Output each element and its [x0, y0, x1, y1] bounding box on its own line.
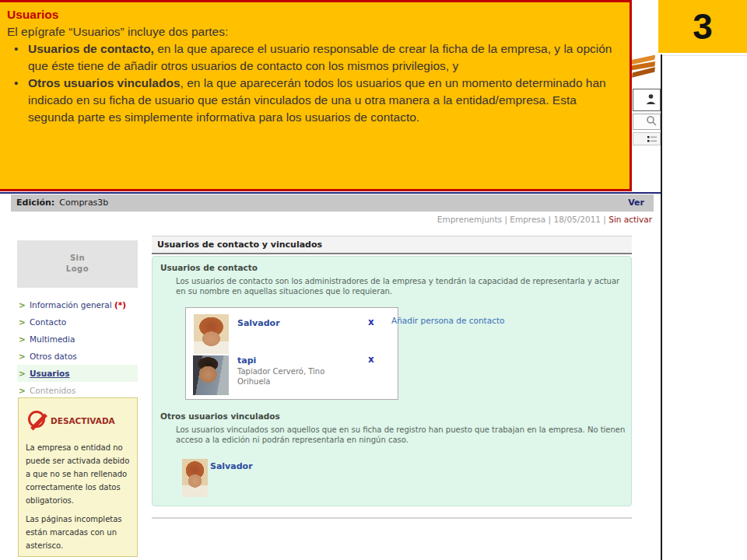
edition-label: Edición:	[16, 198, 54, 208]
logo-placeholder: Sin Logo	[17, 240, 138, 288]
person-icon	[645, 93, 657, 107]
chevron-right-icon: >	[19, 296, 26, 313]
callout-bullet-2: • Otros usuarios vinculados, en la que a…	[7, 75, 620, 126]
linked-users-title: Otros usuarios vinculados	[160, 411, 280, 421]
callout-bullet-1: • Usuarios de contacto, en la que aparec…	[7, 40, 620, 75]
page-header-divider	[0, 192, 662, 194]
menu-list-button[interactable]	[633, 132, 661, 145]
chevron-right-icon: >	[19, 365, 26, 382]
bottom-separator	[152, 517, 632, 519]
deactivated-warning-box: DESACTIVADA La empresa o entidad no pued…	[18, 397, 138, 557]
contact-users-title: Usuarios de contacto	[160, 263, 258, 272]
warning-text-1: La empresa o entidad no puede ser activa…	[26, 441, 132, 507]
chevron-right-icon: >	[19, 313, 26, 331]
callout-intro: El epígrafe “Usuarios” incluye dos parte…	[7, 23, 620, 40]
section-header: Usuarios de contacto y vinculados	[152, 236, 632, 254]
user-avatar	[194, 314, 229, 354]
search-button[interactable]	[633, 114, 661, 130]
remove-user-button[interactable]: x	[368, 317, 374, 327]
no-entry-icon	[28, 411, 45, 428]
callout-title: Usuarios	[7, 6, 620, 23]
user-account-button[interactable]	[633, 89, 661, 111]
remove-user-button[interactable]: x	[368, 354, 374, 365]
edition-value: Compras3b	[59, 198, 108, 208]
user-name-link[interactable]: tapi	[237, 355, 256, 366]
warning-title: DESACTIVADA	[51, 416, 115, 425]
sidebar-item-contacto[interactable]: > Contacto	[17, 313, 138, 331]
annotation-callout: Usuarios El epígrafe “Usuarios” incluye …	[0, 0, 632, 191]
sidebar-item-contenidos[interactable]: > Contenidos	[17, 382, 138, 399]
bullet-icon: •	[14, 75, 18, 92]
add-contact-link[interactable]: Añadir persona de contacto	[391, 316, 504, 325]
users-panel: Usuarios de contacto Los usuarios de con…	[152, 256, 632, 506]
contact-users-description: Los usuarios de contacto son los adminis…	[176, 276, 627, 296]
edition-bar: Edición:Compras3b Ver	[11, 194, 654, 212]
linked-users-description: Los usuarios vinculados son aquellos que…	[176, 425, 627, 445]
status-badge: Sin activar	[608, 215, 652, 224]
warning-text-2: Las páginas incompletas están marcadas c…	[26, 513, 132, 552]
chevron-right-icon: >	[19, 331, 26, 348]
chevron-right-icon: >	[19, 348, 26, 365]
logo-placeholder-line1: Sin	[17, 253, 138, 264]
contact-users-card: Salvador x tapi Tapiador Cerveró, Tino O…	[185, 307, 398, 400]
user-name-link[interactable]: Salvador	[237, 318, 280, 328]
ver-link[interactable]: Ver	[628, 194, 644, 212]
sidebar-item-usuarios[interactable]: > Usuarios	[17, 365, 138, 382]
breadcrumb: Emprenemjunts | Empresa | 18/05/2011 | S…	[437, 215, 652, 224]
search-icon	[646, 114, 657, 129]
sidebar-nav: > Información general (*) > Contacto > M…	[17, 296, 138, 399]
sidebar-item-informacion-general[interactable]: > Información general (*)	[17, 296, 138, 313]
site-logo	[627, 55, 660, 80]
sidebar-item-multimedia[interactable]: > Multimedia	[17, 331, 138, 348]
page-top-edge	[662, 55, 747, 56]
user-avatar	[193, 355, 229, 395]
user-name-link[interactable]: Salvador	[210, 461, 253, 471]
breadcrumb-parts: Emprenemjunts | Empresa | 18/05/2011 |	[437, 215, 608, 224]
sidebar-item-otros-datos[interactable]: > Otros datos	[17, 348, 138, 365]
logo-placeholder-line2: Logo	[17, 264, 138, 275]
mandatory-asterisk: (*)	[114, 300, 126, 310]
slide-number: 3	[658, 0, 747, 53]
list-icon	[647, 131, 657, 146]
slide-canvas: Edición:Compras3b Ver Emprenemjunts | Em…	[0, 0, 747, 560]
user-avatar	[182, 459, 208, 497]
page-right-border	[661, 54, 662, 560]
chevron-right-icon: >	[19, 382, 26, 399]
bullet-icon: •	[14, 40, 18, 58]
user-fullname: Tapiador Cerveró, Tino Orihuela	[237, 366, 324, 387]
